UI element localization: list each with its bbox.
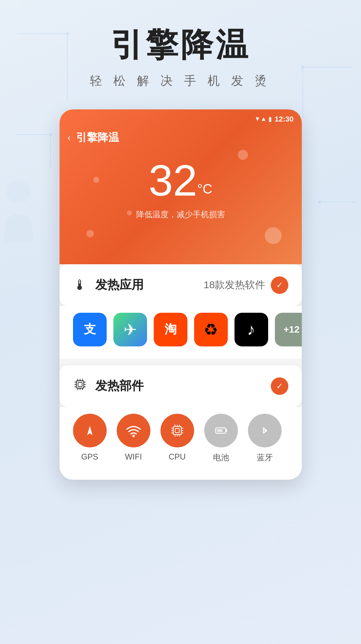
wifi-label: WIFI <box>125 452 142 462</box>
battery-icon: ▮ <box>268 115 272 123</box>
signal-icon: ▼▲ <box>255 115 267 123</box>
alipay-label: 支 <box>84 321 96 338</box>
feature-gps: GPS <box>73 414 107 463</box>
bubble-4 <box>86 230 94 237</box>
bluetooth-label: 蓝牙 <box>257 452 273 463</box>
heat-apps-card-header: 🌡 发热应用 18款发热软件 ✓ <box>60 264 302 306</box>
status-bar: ▼▲ ▮ 12:30 <box>60 109 302 126</box>
app-icon-tiktok[interactable]: ♪ <box>234 313 268 346</box>
temperature-unit: °C <box>197 181 212 196</box>
svg-rect-44 <box>217 429 222 432</box>
apps-row: 支 ✈ 淘 ♻ ♪ +12 <box>60 306 302 359</box>
component-icon <box>73 377 87 395</box>
app-icon-flyme[interactable]: ✈ <box>113 313 147 346</box>
status-time: 12:30 <box>275 115 293 124</box>
taobao-label: 淘 <box>165 321 177 338</box>
features-row: GPS WIFI <box>60 407 302 480</box>
feature-bluetooth: 蓝牙 <box>248 414 282 463</box>
more-label: +12 <box>284 324 300 335</box>
check-icon: ✓ <box>276 280 283 290</box>
kuaishou-label: ♻ <box>204 320 218 339</box>
page-container: 引擎降温 轻 松 解 决 手 机 发 烫 ▼▲ ▮ 12:30 ‹ 引擎降温 <box>0 0 361 500</box>
battery-label: 电池 <box>213 452 229 463</box>
gps-circle[interactable] <box>73 414 107 447</box>
feature-wifi: WIFI <box>117 414 150 463</box>
heat-parts-card-header: 发热部件 ✓ <box>60 365 302 407</box>
svg-rect-43 <box>226 429 227 432</box>
temperature-display: 32°C <box>60 152 302 206</box>
svg-rect-13 <box>78 382 82 386</box>
main-title: 引擎降温 <box>111 27 251 63</box>
svg-marker-26 <box>87 426 93 435</box>
feature-cpu: CPU <box>160 414 194 463</box>
bluetooth-circle[interactable] <box>248 414 282 447</box>
svg-rect-28 <box>173 427 181 435</box>
wifi-circle[interactable] <box>117 414 150 447</box>
svg-point-27 <box>132 435 135 437</box>
cpu-label: CPU <box>169 452 186 462</box>
battery-circle[interactable] <box>204 414 238 447</box>
app-icon-more[interactable]: +12 <box>275 313 302 346</box>
heat-parts-card: 发热部件 ✓ <box>60 365 302 407</box>
heat-apps-card-right: 18款发热软件 ✓ <box>204 276 288 294</box>
status-icons: ▼▲ ▮ <box>255 115 272 123</box>
flyme-label: ✈ <box>123 320 137 339</box>
nav-bar: ‹ 引擎降温 <box>60 126 302 152</box>
phone-mockup: ▼▲ ▮ 12:30 ‹ 引擎降温 32°C 降低温度，减少手机损害 🌡 发热 <box>60 109 302 480</box>
heat-parts-card-left: 发热部件 <box>73 377 144 395</box>
app-icon-kuaishou[interactable]: ♻ <box>194 313 228 346</box>
cpu-circle[interactable] <box>160 414 194 447</box>
svg-rect-12 <box>76 381 84 388</box>
heat-apps-count: 18款发热软件 <box>204 278 265 292</box>
app-icon-alipay[interactable]: 支 <box>73 313 107 346</box>
heat-parts-check-badge[interactable]: ✓ <box>271 377 288 395</box>
svg-rect-29 <box>175 429 179 433</box>
back-button[interactable]: ‹ <box>68 132 71 143</box>
app-icon-taobao[interactable]: 淘 <box>154 313 187 346</box>
feature-battery: 电池 <box>204 414 238 463</box>
thermometer-icon: 🌡 <box>73 277 87 293</box>
sub-title: 轻 松 解 决 手 机 发 烫 <box>90 73 271 89</box>
heat-apps-check-badge[interactable]: ✓ <box>271 276 288 294</box>
heat-parts-title: 发热部件 <box>95 378 144 394</box>
screen-nav-title: 引擎降温 <box>76 130 119 145</box>
parts-check-icon: ✓ <box>276 381 283 391</box>
bubble-3 <box>265 227 282 244</box>
heat-parts-card-right: ✓ <box>271 377 288 395</box>
temperature-description: 降低温度，减少手机损害 <box>60 209 302 230</box>
gps-label: GPS <box>81 452 98 462</box>
phone-screen: ▼▲ ▮ 12:30 ‹ 引擎降温 32°C 降低温度，减少手机损害 <box>60 109 302 264</box>
heat-apps-card: 🌡 发热应用 18款发热软件 ✓ <box>60 264 302 306</box>
temperature-value: 32 <box>149 159 197 202</box>
heat-apps-card-left: 🌡 发热应用 <box>73 277 144 293</box>
tiktok-label: ♪ <box>247 320 255 339</box>
bubble-5 <box>127 210 132 215</box>
heat-apps-title: 发热应用 <box>95 277 144 293</box>
